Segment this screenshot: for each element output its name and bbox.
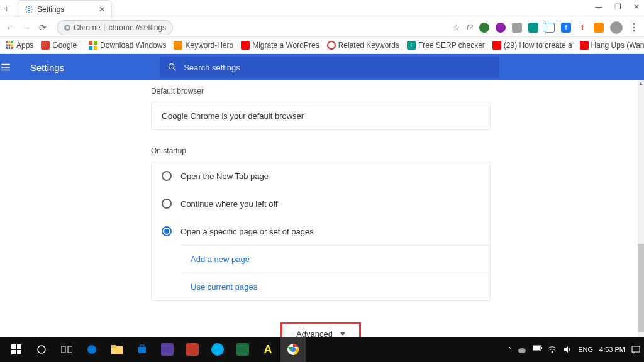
bookmark-item[interactable]: Hang Ups (Want You (580, 41, 644, 50)
extension-icon[interactable]: f (577, 23, 587, 33)
tray-language[interactable]: ENG (578, 346, 593, 353)
bookmark-label: Keyword-Hero (185, 41, 233, 50)
svg-point-2 (66, 26, 69, 29)
menu-button[interactable] (0, 62, 30, 73)
omnibox-separator (104, 23, 105, 32)
windows-icon (89, 41, 97, 50)
notifications-icon[interactable] (631, 345, 640, 354)
youtube-icon (580, 41, 589, 50)
omnibox[interactable]: Chrome chrome://settings (57, 20, 173, 35)
settings-search[interactable] (160, 57, 499, 78)
taskbar-app-skype[interactable] (205, 337, 230, 362)
window-maximize-button[interactable]: ❐ (614, 3, 621, 11)
link-add-new-page[interactable]: Add a new page (180, 245, 490, 273)
svg-rect-21 (17, 350, 21, 354)
svg-rect-12 (89, 41, 92, 45)
forward-button[interactable]: → (21, 23, 31, 33)
extension-icon[interactable] (512, 23, 522, 33)
advanced-toggle-button[interactable]: Advanced (282, 326, 359, 337)
svg-point-32 (518, 348, 526, 353)
extension-icon[interactable]: f? (467, 23, 473, 32)
facebook-icon[interactable]: f (561, 23, 571, 33)
tab-title: Settings (37, 5, 64, 14)
bookmark-item[interactable]: Download Windows (89, 41, 166, 50)
chrome-icon (64, 24, 71, 31)
svg-marker-37 (564, 346, 568, 353)
back-button[interactable]: ← (5, 23, 15, 33)
taskbar-app[interactable] (155, 337, 180, 362)
task-view-button[interactable] (54, 337, 79, 362)
svg-rect-5 (11, 41, 13, 43)
svg-rect-13 (94, 41, 97, 45)
taskbar-app-edge[interactable] (79, 337, 104, 362)
bookmark-item[interactable]: Migrate a WordPres (241, 41, 319, 50)
svg-point-16 (169, 64, 174, 69)
extension-icon[interactable] (496, 23, 506, 33)
taskbar-app-explorer[interactable] (104, 337, 130, 362)
section-heading-default-browser: Default browser (151, 87, 491, 96)
svg-rect-3 (6, 41, 8, 43)
googleplus-icon (41, 41, 50, 50)
start-button[interactable] (4, 337, 29, 362)
bookmark-item[interactable]: Apps (5, 41, 33, 50)
extension-icon[interactable] (594, 23, 604, 33)
scrollbar[interactable]: ▲ (638, 80, 644, 337)
taskbar-app-store[interactable] (130, 337, 155, 362)
omnibox-url: chrome://settings (109, 23, 166, 32)
startup-option-new-tab[interactable]: Open the New Tab page (152, 162, 490, 190)
radio-label: Open the New Tab page (180, 172, 269, 181)
bookmark-label: Migrate a WordPres (252, 41, 319, 50)
volume-icon[interactable] (563, 345, 572, 354)
startup-option-continue[interactable]: Continue where you left off (152, 190, 490, 217)
window-controls: — ❐ ✕ (595, 3, 640, 11)
bookmark-label: (29) How to create a (504, 41, 572, 50)
radio-label: Continue where you left off (180, 199, 277, 209)
taskbar-app-chrome[interactable] (280, 337, 306, 362)
svg-line-17 (174, 69, 175, 70)
default-browser-status: Google Chrome is your default browser (152, 102, 490, 129)
star-icon[interactable]: ☆ (452, 23, 460, 33)
close-icon[interactable]: ✕ (99, 5, 105, 14)
cortana-button[interactable] (29, 337, 54, 362)
tray-overflow-button[interactable]: ˄ (508, 346, 511, 353)
youtube-icon (241, 41, 250, 50)
bookmark-item[interactable]: Keyword-Hero (174, 41, 233, 50)
window-close-button[interactable]: ✕ (633, 3, 640, 11)
battery-icon[interactable] (533, 345, 541, 354)
extension-icon[interactable] (528, 23, 538, 33)
chevron-down-icon (340, 332, 345, 336)
browser-menu-button[interactable]: ⋮ (629, 21, 639, 33)
extension-icon[interactable] (479, 23, 489, 33)
onedrive-icon[interactable] (518, 345, 526, 354)
taskbar-app[interactable] (180, 337, 205, 362)
browser-tab-active[interactable]: Settings ✕ (18, 0, 112, 18)
profile-avatar[interactable] (610, 21, 623, 34)
taskbar-app[interactable]: A (255, 337, 280, 362)
bookmark-label: Google+ (52, 41, 81, 50)
startup-option-specific-pages[interactable]: Open a specific page or set of pages (152, 217, 490, 245)
search-input[interactable] (184, 63, 492, 72)
window-minimize-button[interactable]: — (595, 3, 602, 11)
svg-rect-6 (6, 45, 8, 47)
taskbar-app[interactable] (230, 337, 255, 362)
svg-rect-27 (111, 345, 116, 348)
radio-icon (162, 199, 172, 209)
tray-clock[interactable]: 4:53 PM (599, 346, 625, 353)
camera-icon[interactable] (545, 23, 555, 33)
youtube-icon (492, 41, 501, 50)
svg-rect-19 (17, 344, 21, 349)
svg-rect-9 (6, 47, 8, 49)
bookmark-item[interactable]: (29) How to create a (492, 41, 572, 50)
wifi-icon[interactable] (548, 345, 557, 354)
link-use-current-pages[interactable]: Use current pages (180, 273, 490, 300)
card-default-browser: Google Chrome is your default browser (151, 102, 491, 130)
bookmark-label: Apps (16, 41, 33, 50)
gear-icon (25, 5, 33, 14)
reload-button[interactable]: ⟳ (38, 23, 48, 33)
bookmark-item[interactable]: +Free SERP checker (407, 41, 485, 50)
bookmark-item[interactable]: Related Keywords (327, 41, 399, 50)
scroll-up-arrow[interactable]: ▲ (638, 80, 644, 87)
scroll-thumb[interactable] (638, 244, 644, 332)
bookmark-item[interactable]: Google+ (41, 41, 81, 50)
new-tab-button[interactable]: + (4, 4, 9, 14)
